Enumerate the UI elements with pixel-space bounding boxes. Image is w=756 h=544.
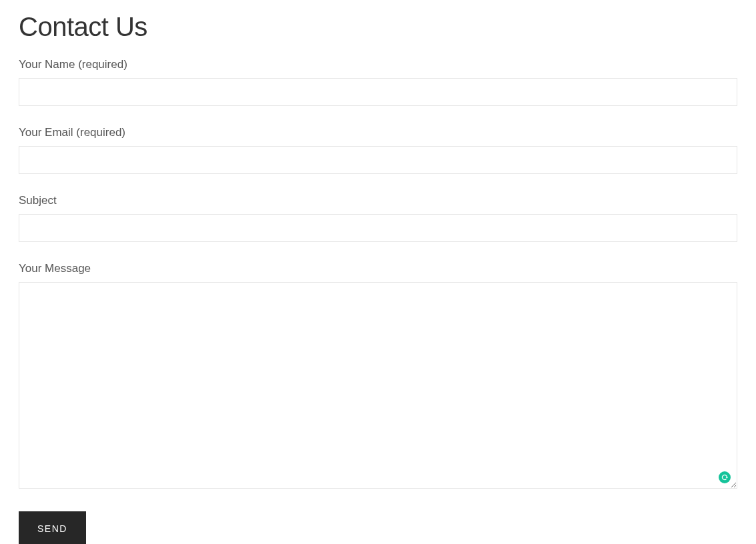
subject-input[interactable] [19, 214, 737, 242]
name-group: Your Name (required) [19, 58, 737, 106]
subject-group: Subject [19, 194, 737, 242]
name-input[interactable] [19, 78, 737, 106]
contact-form: Your Name (required) Your Email (require… [19, 58, 737, 544]
email-label: Your Email (required) [19, 126, 737, 139]
email-group: Your Email (required) [19, 126, 737, 174]
message-input[interactable] [19, 282, 737, 489]
subject-label: Subject [19, 194, 737, 207]
textarea-wrapper [19, 282, 737, 491]
page-title: Contact Us [19, 12, 737, 42]
message-label: Your Message [19, 262, 737, 275]
send-button[interactable]: SEND [19, 511, 86, 544]
name-label: Your Name (required) [19, 58, 737, 71]
email-input[interactable] [19, 146, 737, 174]
message-group: Your Message [19, 262, 737, 491]
